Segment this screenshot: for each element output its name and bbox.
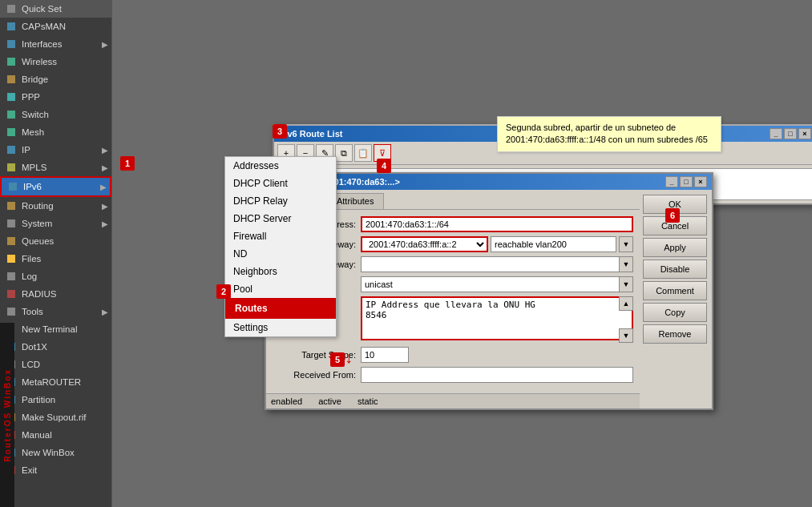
check-gateway-dropdown[interactable]: ▼	[619, 256, 633, 272]
type-dropdown[interactable]: ▼	[619, 276, 633, 292]
footer-status-active: active	[318, 396, 341, 406]
submenu-dhcp-client[interactable]: DHCP Client	[225, 175, 336, 192]
tools-icon	[5, 305, 18, 318]
footer-status-static: static	[358, 396, 378, 406]
sidebar-item-tools[interactable]: Tools ▶	[0, 303, 111, 320]
sidebar-item-radius[interactable]: RADIUS	[0, 285, 111, 303]
sidebar-label-mpls: MPLS	[22, 163, 46, 172]
sidebar-items: Quick Set CAPsMAN Interfaces ▶ Wireless …	[0, 0, 111, 507]
sidebar-item-ppp[interactable]: PPP	[0, 88, 111, 106]
route-list-controls: _ □ ×	[770, 128, 811, 139]
sidebar-item-ip[interactable]: IP ▶	[0, 141, 111, 159]
route-list-close[interactable]: ×	[798, 128, 811, 139]
ipv6-arrow-icon: ▶	[100, 183, 107, 191]
submenu-nd[interactable]: ND	[225, 245, 336, 263]
sidebar-label-switch: Switch	[22, 110, 49, 119]
ppp-icon	[5, 91, 18, 103]
sidebar-item-metarouter[interactable]: MetaROUTER	[0, 373, 111, 391]
sidebar-item-mpls[interactable]: MPLS ▶	[0, 159, 111, 176]
toolbar-paste[interactable]: 📋	[354, 144, 372, 162]
sidebar-item-lcd[interactable]: LCD	[0, 356, 111, 373]
mpls-icon	[5, 161, 18, 174]
winbox-label: RouterOS WinBox	[0, 323, 14, 507]
type-input[interactable]	[361, 276, 619, 292]
sidebar-label-quick-set: Quick Set	[22, 4, 62, 14]
type-combo: ▼	[361, 276, 633, 292]
sidebar-label-new-winbox: New WinBox	[22, 448, 75, 457]
route-dialog-minimize[interactable]: _	[665, 176, 678, 187]
sidebar-item-new-winbox[interactable]: New WinBox	[0, 444, 111, 461]
toolbar-copy[interactable]: ⧉	[335, 144, 353, 162]
sidebar-label-queues: Queues	[22, 236, 54, 246]
sidebar-label-ppp: PPP	[22, 92, 40, 102]
route-list-maximize[interactable]: □	[784, 128, 797, 139]
footer-status-enabled: enabled	[271, 396, 302, 406]
winbox-text: RouterOS WinBox	[3, 368, 12, 462]
sidebar-label-metarouter: MetaROUTER	[22, 377, 81, 387]
system-icon	[5, 217, 18, 230]
disable-button[interactable]: Disable	[643, 260, 707, 279]
submenu-dhcp-server[interactable]: DHCP Server	[225, 210, 336, 227]
sidebar-item-log[interactable]: Log	[0, 268, 111, 285]
sidebar-label-dot1x: Dot1X	[22, 342, 47, 352]
textarea-scroll-down[interactable]: ▼	[619, 328, 633, 343]
gateway-dropdown-btn[interactable]: ▼	[619, 236, 633, 252]
tools-arrow-icon: ▶	[102, 308, 108, 316]
route-dialog-close[interactable]: ×	[694, 176, 707, 187]
sidebar-item-routing[interactable]: Routing ▶	[0, 197, 111, 215]
sidebar-item-make-supout[interactable]: Make Supout.rif	[0, 408, 111, 426]
sidebar-item-new-terminal[interactable]: ■ New Terminal	[0, 320, 111, 338]
submenu-addresses[interactable]: Addresses	[225, 157, 336, 175]
route-list-title: IPv6 Route List	[279, 129, 342, 139]
remove-button[interactable]: Remove	[643, 324, 707, 344]
sidebar-item-system[interactable]: System ▶	[0, 215, 111, 232]
received-from-label: Received From:	[273, 370, 361, 380]
apply-button[interactable]: Apply	[643, 238, 707, 257]
route-dialog-controls: _ □ ×	[665, 176, 707, 187]
submenu-firewall[interactable]: Firewall	[225, 227, 336, 245]
sidebar-label-lcd: LCD	[22, 360, 40, 369]
sidebar-label-files: Files	[22, 254, 41, 264]
sidebar-item-dot1x[interactable]: Dot1X	[0, 338, 111, 356]
main-area: Addresses DHCP Client DHCP Relay DHCP Se…	[112, 0, 812, 507]
bridge-icon	[5, 73, 18, 86]
sidebar-item-switch[interactable]: Switch	[0, 106, 111, 123]
sidebar-item-ipv6[interactable]: IPv6 ▶	[0, 176, 111, 197]
submenu-neighbors[interactable]: Neighbors	[225, 263, 336, 280]
badge-2: 2	[216, 284, 231, 299]
gateway-suffix-input[interactable]	[491, 236, 616, 252]
sidebar-label-routing: Routing	[22, 201, 54, 211]
submenu-pool[interactable]: Pool	[225, 280, 336, 298]
submenu-dhcp-relay[interactable]: DHCP Relay	[225, 192, 336, 210]
sidebar-item-wireless[interactable]: Wireless	[0, 53, 111, 70]
route-dialog-maximize[interactable]: □	[680, 176, 693, 187]
sidebar-item-mesh[interactable]: Mesh	[0, 123, 111, 141]
sidebar-item-partition[interactable]: Partition	[0, 391, 111, 408]
comment-button[interactable]: Comment	[643, 281, 707, 300]
arrow-to-unicast: ↓	[345, 348, 353, 367]
textarea-scroll-up[interactable]: ▲	[619, 296, 633, 311]
sidebar-item-manual[interactable]: Manual	[0, 426, 111, 444]
sidebar-item-queues[interactable]: Queues	[0, 232, 111, 250]
sidebar-label-bridge: Bridge	[22, 74, 48, 84]
scope-textarea[interactable]: IP Address que llevara la ONU HG 8546	[361, 296, 633, 340]
target-scope-input[interactable]	[361, 347, 409, 363]
submenu-routes[interactable]: Routes	[225, 298, 336, 319]
sidebar-label-interfaces: Interfaces	[22, 39, 63, 49]
copy-button[interactable]: Copy	[643, 303, 707, 322]
sidebar-item-quick-set[interactable]: Quick Set	[0, 0, 111, 18]
sidebar-item-exit[interactable]: Exit	[0, 461, 111, 479]
dst-address-input[interactable]	[361, 216, 633, 232]
received-from-row: Received From:	[273, 367, 633, 383]
route-list-minimize[interactable]: _	[770, 128, 782, 139]
sidebar-item-bridge[interactable]: Bridge	[0, 70, 111, 88]
check-gateway-input[interactable]	[361, 256, 619, 272]
sidebar-label-wireless: Wireless	[22, 57, 57, 66]
badge-1: 1	[120, 156, 135, 171]
sidebar-item-capsman[interactable]: CAPsMAN	[0, 18, 111, 35]
submenu-settings[interactable]: Settings	[225, 319, 336, 336]
sidebar-item-interfaces[interactable]: Interfaces ▶	[0, 35, 111, 53]
gateway-select[interactable]: 2001:470:da63:ffff:a::2	[361, 236, 488, 252]
received-from-input[interactable]	[361, 367, 633, 383]
sidebar-item-files[interactable]: Files	[0, 250, 111, 268]
